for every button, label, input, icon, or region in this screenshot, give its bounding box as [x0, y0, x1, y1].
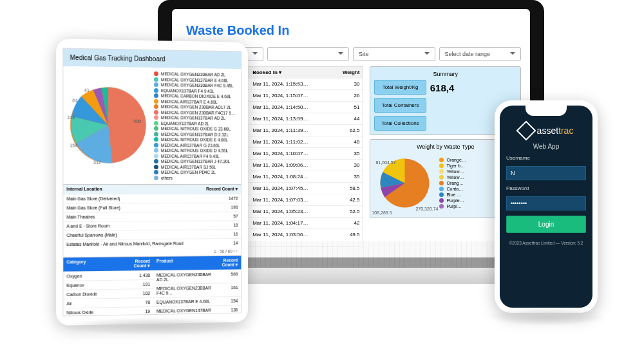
- diamond-icon: [516, 120, 536, 140]
- legend-item: Orange…: [439, 158, 466, 162]
- gas-dashboard-app: Medical Gas Tracking Dashboard 500 312 1…: [62, 48, 242, 316]
- login-app: assettrac Web App Username N Password ••…: [500, 106, 592, 308]
- table-row[interactable]: A and E - Store Room18: [63, 220, 241, 230]
- legend-item: MEDICAL OXYGEN230BAR F4C 9.45L: [154, 82, 235, 88]
- table-row[interactable]: Equanox191: [63, 279, 153, 290]
- filter-date-range[interactable]: Select date range: [439, 47, 522, 61]
- filter-2[interactable]: [267, 47, 350, 61]
- app-name: Web App: [533, 143, 559, 150]
- legend-item: MEDICAL OXYGEN137BAR J 47.20L: [154, 159, 235, 163]
- legend-item: MEDICAL OXYGEN 230BAR AD17 2L: [154, 104, 235, 109]
- table-row[interactable]: Estates Manifold - Air and Nitrous Manif…: [63, 238, 241, 248]
- legend-item: MEDICAL NITROUS OXIDE G 23.60L: [154, 126, 235, 131]
- chevron-down-icon: [424, 52, 430, 57]
- total-weight-button[interactable]: Total Weight/Kg: [374, 80, 426, 95]
- username-input[interactable]: N: [506, 166, 586, 180]
- legend-item: Yellow…: [439, 169, 466, 174]
- filter-site[interactable]: Site: [353, 47, 435, 61]
- legend-item: MEDICAL OXYGEN 230BAR F4C17 9…: [154, 110, 235, 115]
- table-row[interactable]: MEDICAL OXYGEN230BAR AD 2L569: [153, 269, 241, 284]
- shadow: [489, 308, 605, 326]
- legend-item: Orang…: [439, 181, 466, 185]
- username-label: Username: [506, 155, 530, 161]
- legend-item: MEDICAL NITROUS OXIDE D 4.55L: [154, 148, 235, 153]
- table-row[interactable]: Oxygen1,438: [63, 270, 153, 281]
- summary-value: 618,4: [430, 82, 455, 93]
- legend-item: Purple…: [439, 198, 466, 203]
- brand-logo-row: assettrac: [519, 124, 574, 138]
- table-row[interactable]: Cheerful Sparrows (Male)16: [63, 229, 241, 239]
- table-row[interactable]: Main Theatres57: [63, 211, 241, 221]
- legend-item: MEDICAL OXYGEN137BAR AD 2L: [154, 115, 235, 120]
- table-row[interactable]: MEDICAL OXYGEN137BAR E 4.68L136: [153, 304, 241, 316]
- legend-item: Tiger b…: [439, 163, 466, 168]
- legend-item: MEDICAL OXYGEN137BAR E 4.68L: [154, 77, 235, 83]
- legend-item: MEDICAL AIR137BAR E 4.68L: [154, 99, 235, 104]
- chevron-down-icon: [252, 52, 258, 57]
- table-row[interactable]: Main Gas Store (Full Store)193: [63, 202, 241, 212]
- legend-item: EQUANOX137BAR AD 2L: [154, 121, 235, 126]
- table-row[interactable]: Carbon Dioxide102: [63, 288, 153, 299]
- legend-item: MEDICAL NITROUS OXIDE E 4.68L: [154, 137, 235, 142]
- table-row[interactable]: Main Gas Store (Delivered)1472: [63, 193, 241, 203]
- col-weight[interactable]: Weight: [326, 67, 363, 78]
- page-title: Waste Booked In: [186, 23, 521, 38]
- wbt-legend: Orange…Tiger b…Yellow…Yellow…Orang…Conta…: [439, 158, 466, 209]
- location-table: Internal LocationRecord Count ▾ Main Gas…: [63, 183, 241, 256]
- wbt-pie-chart: 81,604.57 270,320.74 108,289.5: [374, 153, 435, 214]
- legend-item: Blue …: [439, 192, 466, 197]
- tablet-device: Medical Gas Tracking Dashboard 500 312 1…: [56, 39, 248, 326]
- category-table: CategoryRecord Count ▾ Oxygen1,438Equano…: [63, 256, 153, 317]
- legend-item: MEDICAL OXYGEN137BAR D 2.32L: [154, 132, 235, 137]
- password-label: Password: [506, 185, 529, 191]
- total-collections-button[interactable]: Total Collections: [374, 116, 426, 131]
- footer-text: ©2023 Assettrac Limited — Version: 5.2: [509, 241, 583, 245]
- summary-title: Summary: [374, 71, 516, 80]
- chevron-down-icon: [510, 52, 515, 57]
- gas-legend: MEDICAL OXYGEN230BAR AD 2LMEDICAL OXYGEN…: [154, 71, 235, 180]
- legend-item: MEDICAL CARBON DIOXIDE E 4.68L: [154, 93, 235, 98]
- dashboard-title: Medical Gas Tracking Dashboard: [63, 48, 241, 69]
- legend-item: MEDICAL OXYGEN PD4C 2L: [154, 170, 235, 174]
- col-booked-in[interactable]: Booked In ▾: [249, 67, 326, 78]
- password-input[interactable]: ••••••••: [506, 196, 586, 210]
- legend-item: Yellow…: [439, 175, 466, 180]
- chevron-down-icon: [338, 52, 343, 57]
- shadow: [61, 317, 254, 335]
- legend-item: MEDICAL AIR137BAR F4 9.43L: [154, 154, 235, 158]
- phone-device: assettrac Web App Username N Password ••…: [495, 100, 598, 313]
- table-row[interactable]: EQUANOX137BAR E 4.68L154: [153, 295, 241, 306]
- table-row[interactable]: Air78: [63, 297, 153, 308]
- table-row[interactable]: MEDICAL OXYGEN230BAR F4C 9…161: [153, 283, 241, 297]
- table-row[interactable]: Nitrous Oxide19: [63, 306, 153, 317]
- gas-pie-chart: 500 312 154 134 61 41: [66, 82, 150, 167]
- legend-item: Conta…: [439, 187, 466, 191]
- legend-item: Purpl…: [439, 204, 466, 209]
- product-table: ProductRecord Count ▾ MEDICAL OXYGEN230B…: [153, 255, 241, 316]
- legend-item: MEDICAL AIR137BAR SJ 50L: [154, 165, 235, 169]
- legend-item: MEDICAL OXYGEN230BAR AD 2L: [154, 71, 235, 77]
- phone-notch: [526, 106, 567, 116]
- legend-item: MEDICAL AIR137BAR G 23.60L: [154, 143, 235, 148]
- legend-item: EQUANOX137BAR F4 9.43L: [154, 88, 235, 94]
- legend-item: others: [154, 176, 235, 180]
- total-containers-button[interactable]: Total Containers: [374, 98, 426, 113]
- login-button[interactable]: Login: [506, 216, 586, 233]
